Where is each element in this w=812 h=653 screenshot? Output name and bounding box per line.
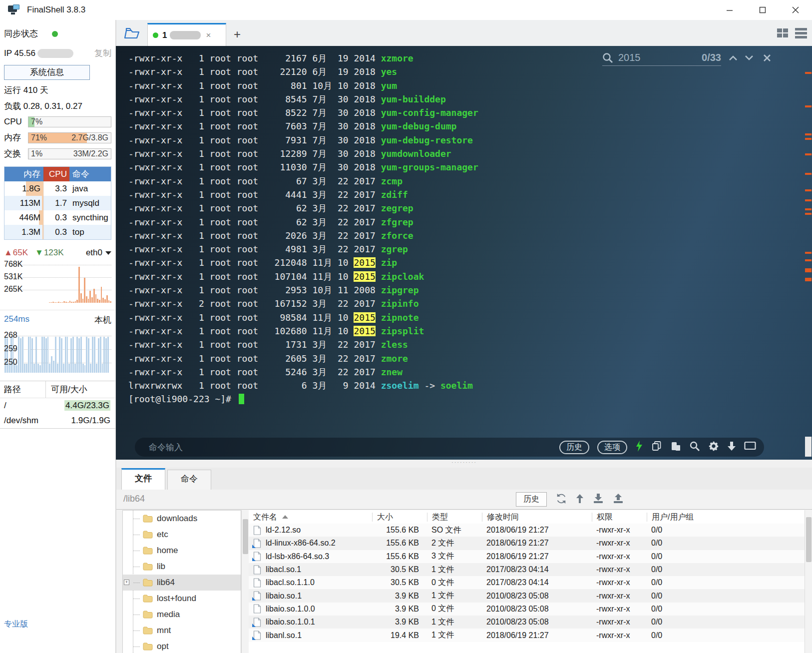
scroll-down-icon[interactable] xyxy=(727,441,736,453)
search-input[interactable]: 2015 xyxy=(618,52,641,63)
file-cell: 0/0 xyxy=(647,565,805,574)
file-row[interactable]: ld-2.12.so155.6 KBSO 文件2018/06/19 21:27-… xyxy=(249,524,805,537)
ping-tick-259: 259 xyxy=(4,344,17,353)
file-row[interactable]: libanl.so.119.4 KB1 文件2018/06/19 21:27-r… xyxy=(249,629,805,642)
search-close-icon[interactable] xyxy=(763,54,771,64)
tree-connector xyxy=(133,647,140,647)
tab-number: 1 xyxy=(162,30,167,40)
process-row: 113M1.7mysqld xyxy=(4,196,111,210)
copy-icon[interactable] xyxy=(651,441,662,454)
interface-selector[interactable]: eth0 xyxy=(86,248,111,258)
download-icon[interactable] xyxy=(593,493,604,506)
process-table: 内存 CPU 命令 1.8G3.3java113M1.7mysqld446M0.… xyxy=(4,166,111,240)
tree-item-media[interactable]: media xyxy=(123,607,241,623)
tree-item-home[interactable]: home xyxy=(123,543,241,559)
tree-item-downloads[interactable]: downloads xyxy=(123,511,241,527)
current-path-field[interactable]: /lib64 xyxy=(123,494,145,504)
quick-command-icon[interactable] xyxy=(635,441,643,454)
folder-icon xyxy=(143,515,153,523)
file-history-button[interactable]: 历史 xyxy=(516,492,547,507)
system-info-button[interactable]: 系统信息 xyxy=(4,65,90,80)
file-row[interactable]: libaio.so.13.9 KB1 文件2010/08/23 05:08-rw… xyxy=(249,589,805,602)
tree-item-mnt[interactable]: mnt xyxy=(123,623,241,639)
monitor-sidebar: 同步状态 IP 45.56 复制 系统信息 运行 410 天 负载 0.28, … xyxy=(0,20,116,653)
parent-directory-icon[interactable] xyxy=(576,494,584,506)
file-column-header[interactable]: 修改时间 xyxy=(482,513,592,522)
file-cell: 155.6 KB xyxy=(372,526,427,535)
bottom-tab-files[interactable]: 文件 xyxy=(121,468,165,490)
file-row[interactable]: libacl.so.1.1.030.5 KB0 文件2017/08/23 04:… xyxy=(249,576,805,589)
file-column-header[interactable]: 大小 xyxy=(372,513,427,522)
upload-arrow-icon: ▲ xyxy=(4,248,12,258)
file-row[interactable]: libaio.so.1.0.03.9 KB0 文件2010/08/23 05:0… xyxy=(249,603,805,616)
terminal[interactable]: -rwxr-xr-x 1 root root 2167 6月 19 2014 x… xyxy=(116,46,812,460)
ping-host: 本机 xyxy=(94,314,111,326)
file-symlink-icon xyxy=(253,552,261,561)
options-button[interactable]: 选项 xyxy=(597,441,627,454)
fullscreen-monitor-icon[interactable] xyxy=(744,441,756,453)
file-column-header[interactable]: 用户/用户组 xyxy=(647,513,805,522)
grid-view-icon[interactable] xyxy=(777,28,788,37)
file-column-header[interactable]: 文件名 xyxy=(249,513,372,522)
tree-item-lib64[interactable]: +lib64 xyxy=(123,575,241,591)
file-cell: 2010/08/23 05:08 xyxy=(482,618,592,627)
panel-splitter[interactable]: ········· xyxy=(116,460,812,468)
file-cell: -rwxr-xr-x xyxy=(592,592,647,601)
refresh-icon[interactable] xyxy=(556,493,567,506)
terminal-line: -rwxr-xr-x 1 root root 62 3月 22 2017 zfg… xyxy=(128,215,478,229)
search-prev-button[interactable] xyxy=(728,54,738,63)
file-cell: 2010/08/23 05:08 xyxy=(482,592,592,601)
settings-gear-icon[interactable] xyxy=(708,441,719,454)
folder-icon xyxy=(143,611,153,619)
network-summary: ▲ 65K ▼ 123K eth0 xyxy=(0,248,115,258)
file-row[interactable]: ld-lsb-x86-64.so.3155.6 KB3 文件2018/06/19… xyxy=(249,550,805,563)
terminal-cursor xyxy=(239,394,244,404)
tree-item-lib[interactable]: lib xyxy=(123,559,241,575)
finalshell-window: FinalShell 3.8.3 同步状态 IP 45.56 复制 系统信息 运… xyxy=(0,0,812,653)
file-column-header[interactable]: 权限 xyxy=(592,513,647,522)
terminal-line: -rwxr-xr-x 1 root root 1731 3月 22 2017 z… xyxy=(128,338,478,351)
terminal-scrollbar[interactable] xyxy=(804,46,812,460)
search-match-mark xyxy=(805,213,812,215)
file-row[interactable]: libaio.so.1.0.13.9 KB1 文件2010/08/23 05:0… xyxy=(249,616,805,629)
new-tab-button[interactable]: + xyxy=(226,23,248,46)
session-tab[interactable]: 1 × xyxy=(147,23,226,46)
tree-item-etc[interactable]: etc xyxy=(123,527,241,543)
file-column-header[interactable]: 类型 xyxy=(427,513,482,522)
history-button[interactable]: 历史 xyxy=(559,441,589,454)
net-tick-768k: 768K xyxy=(4,260,22,269)
open-connection-button[interactable] xyxy=(116,20,147,46)
net-tick-265k: 265K xyxy=(4,285,22,294)
copy-ip-button[interactable]: 复制 xyxy=(94,47,111,59)
tree-item-label: opt xyxy=(157,642,169,652)
command-input[interactable]: 命令输入 xyxy=(149,442,183,453)
process-row: 1.3M0.3top xyxy=(4,225,111,239)
file-row[interactable]: ld-linux-x86-64.so.2155.6 KB2 文件2018/06/… xyxy=(249,537,805,550)
expand-icon[interactable]: + xyxy=(124,580,129,585)
paste-icon[interactable] xyxy=(670,441,681,454)
close-button[interactable] xyxy=(779,0,812,20)
maximize-button[interactable] xyxy=(746,0,779,20)
upload-icon[interactable] xyxy=(613,493,624,506)
table-scrollbar[interactable] xyxy=(805,510,812,653)
table-scrollbar-thumb[interactable] xyxy=(806,517,812,562)
scrollbar-thumb[interactable] xyxy=(805,437,812,457)
tree-scrollbar[interactable] xyxy=(241,510,249,653)
terminal-output: -rwxr-xr-x 1 root root 2167 6月 19 2014 x… xyxy=(128,51,478,406)
minimize-button[interactable] xyxy=(713,0,746,20)
tree-item-opt[interactable]: opt xyxy=(123,639,241,653)
file-cell: -rwxr-xr-x xyxy=(592,631,647,640)
search-next-button[interactable] xyxy=(744,54,754,63)
folder-icon xyxy=(143,547,153,555)
file-cell: 30.5 KB xyxy=(372,578,427,587)
file-cell: 155.6 KB xyxy=(372,552,427,561)
sync-status-label: 同步状态 xyxy=(4,28,38,39)
bottom-tab-commands[interactable]: 命令 xyxy=(167,470,211,490)
tab-close-icon[interactable]: × xyxy=(206,30,211,40)
file-cell: 2017/08/23 04:14 xyxy=(482,565,592,574)
tree-item-lost+found[interactable]: lost+found xyxy=(123,591,241,607)
search-terminal-icon[interactable] xyxy=(689,441,700,454)
tree-scrollbar-thumb[interactable] xyxy=(243,519,248,554)
list-view-icon[interactable] xyxy=(795,28,807,38)
file-row[interactable]: libacl.so.130.5 KB1 文件2017/08/23 04:14-r… xyxy=(249,563,805,576)
